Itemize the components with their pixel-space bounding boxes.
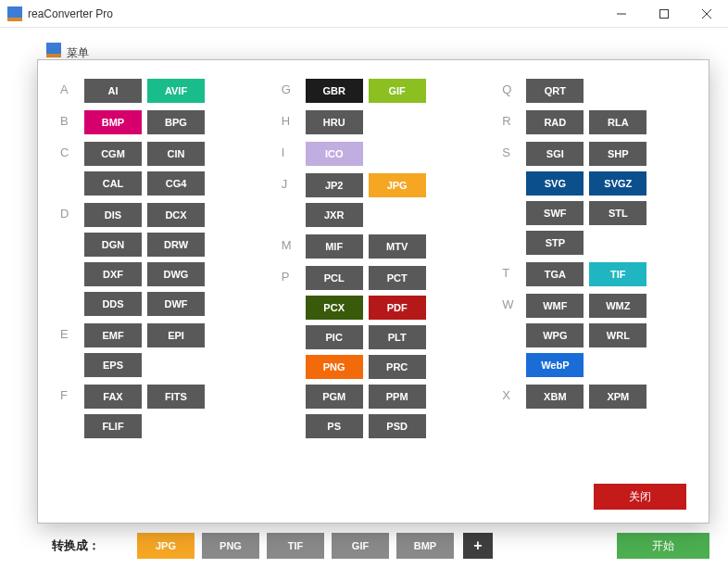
format-tga[interactable]: TGA <box>526 262 584 286</box>
format-stp[interactable]: STP <box>526 231 584 255</box>
format-emf[interactable]: EMF <box>84 323 142 347</box>
close-window-button[interactable] <box>685 0 728 28</box>
format-wmz[interactable]: WMZ <box>589 294 646 318</box>
letter-X: X <box>502 385 526 402</box>
format-swf[interactable]: SWF <box>526 201 584 225</box>
format-avif[interactable]: AVIF <box>147 79 205 103</box>
format-pic[interactable]: PIC <box>306 325 363 349</box>
format-cal[interactable]: CAL <box>84 171 142 196</box>
format-picker-popup: AAIAVIFBBMPBPGCCGMCINCALCG4DDISDCXDGNDRW… <box>37 59 709 524</box>
format-rla[interactable]: RLA <box>589 110 646 134</box>
maximize-button[interactable] <box>643 0 685 28</box>
format-eps[interactable]: EPS <box>84 353 142 377</box>
format-ps[interactable]: PS <box>306 414 363 438</box>
format-cgm[interactable]: CGM <box>84 142 142 166</box>
window-title: reaConverter Pro <box>28 7 600 20</box>
bottom-format-png[interactable]: PNG <box>202 533 259 559</box>
svg-rect-7 <box>46 54 61 57</box>
app-icon <box>7 6 22 21</box>
letter-M: M <box>282 234 306 252</box>
format-xbm[interactable]: XBM <box>526 385 584 409</box>
format-mtv[interactable]: MTV <box>369 234 426 259</box>
format-mif[interactable]: MIF <box>306 234 363 259</box>
format-sgi[interactable]: SGI <box>526 142 584 166</box>
format-cin[interactable]: CIN <box>147 142 205 166</box>
format-fits[interactable]: FITS <box>147 385 205 409</box>
convert-to-label: 转换成： <box>52 537 100 554</box>
format-epi[interactable]: EPI <box>147 323 205 347</box>
letter-D: D <box>60 203 84 221</box>
format-stl[interactable]: STL <box>589 201 646 225</box>
format-jxr[interactable]: JXR <box>306 203 363 227</box>
bottom-format-jpg[interactable]: JPG <box>137 533 195 559</box>
letter-R: R <box>502 110 526 128</box>
letter-T: T <box>502 262 526 280</box>
format-pgm[interactable]: PGM <box>306 385 363 409</box>
format-pcx[interactable]: PCX <box>306 296 363 320</box>
svg-rect-1 <box>7 18 22 21</box>
format-ai[interactable]: AI <box>84 79 142 103</box>
format-xpm[interactable]: XPM <box>589 385 646 409</box>
format-svg[interactable]: SVG <box>526 171 584 196</box>
format-qrt[interactable]: QRT <box>526 79 584 103</box>
letter-S: S <box>502 142 526 159</box>
format-bpg[interactable]: BPG <box>147 110 205 134</box>
bottom-format-tif[interactable]: TIF <box>267 533 324 559</box>
format-dwf[interactable]: DWF <box>147 292 205 316</box>
format-cg4[interactable]: CG4 <box>147 171 205 196</box>
letter-W: W <box>502 294 526 311</box>
menu-bar: 菜单 <box>0 28 728 59</box>
add-format-button[interactable]: + <box>463 533 493 559</box>
format-gif[interactable]: GIF <box>369 79 426 103</box>
format-svgz[interactable]: SVGZ <box>589 171 646 196</box>
format-pdf[interactable]: PDF <box>369 296 426 320</box>
format-bmp[interactable]: BMP <box>84 110 142 134</box>
letter-B: B <box>60 110 84 128</box>
letter-I: I <box>282 142 306 159</box>
format-ppm[interactable]: PPM <box>369 385 426 409</box>
format-rad[interactable]: RAD <box>526 110 584 134</box>
start-button[interactable]: 开始 <box>617 533 709 559</box>
format-dwg[interactable]: DWG <box>147 262 205 286</box>
format-prc[interactable]: PRC <box>369 355 426 379</box>
svg-rect-6 <box>46 43 61 54</box>
format-jpg[interactable]: JPG <box>369 173 426 197</box>
letter-G: G <box>282 79 306 96</box>
format-dxf[interactable]: DXF <box>84 262 142 286</box>
format-drw[interactable]: DRW <box>147 233 205 257</box>
format-gbr[interactable]: GBR <box>306 79 363 103</box>
format-flif[interactable]: FLIF <box>84 414 142 438</box>
close-button[interactable]: 关闭 <box>594 484 686 510</box>
format-wrl[interactable]: WRL <box>589 323 646 347</box>
letter-C: C <box>60 142 84 159</box>
format-wmf[interactable]: WMF <box>526 294 584 318</box>
bottom-format-bmp[interactable]: BMP <box>396 533 454 559</box>
letter-J: J <box>282 173 306 191</box>
titlebar: reaConverter Pro <box>0 0 728 28</box>
format-dis[interactable]: DIS <box>84 203 142 227</box>
letter-A: A <box>60 79 84 96</box>
bottom-format-gif[interactable]: GIF <box>332 533 389 559</box>
format-jp2[interactable]: JP2 <box>306 173 363 197</box>
format-dgn[interactable]: DGN <box>84 233 142 257</box>
format-dds[interactable]: DDS <box>84 292 142 316</box>
menu-icon <box>46 43 61 57</box>
format-wpg[interactable]: WPG <box>526 323 584 347</box>
format-ico[interactable]: ICO <box>306 142 363 166</box>
letter-F: F <box>60 385 84 402</box>
minimize-button[interactable] <box>600 0 643 28</box>
format-png[interactable]: PNG <box>306 355 363 379</box>
format-tif[interactable]: TIF <box>589 262 646 286</box>
format-dcx[interactable]: DCX <box>147 203 205 227</box>
format-pct[interactable]: PCT <box>369 266 426 290</box>
format-psd[interactable]: PSD <box>369 414 426 438</box>
format-pcl[interactable]: PCL <box>306 266 363 290</box>
format-webp[interactable]: WebP <box>526 353 584 377</box>
format-shp[interactable]: SHP <box>589 142 646 166</box>
format-hru[interactable]: HRU <box>306 110 363 134</box>
format-fax[interactable]: FAX <box>84 385 142 409</box>
letter-H: H <box>282 110 306 128</box>
letter-Q: Q <box>502 79 526 96</box>
format-plt[interactable]: PLT <box>369 325 426 349</box>
letter-E: E <box>60 323 84 341</box>
